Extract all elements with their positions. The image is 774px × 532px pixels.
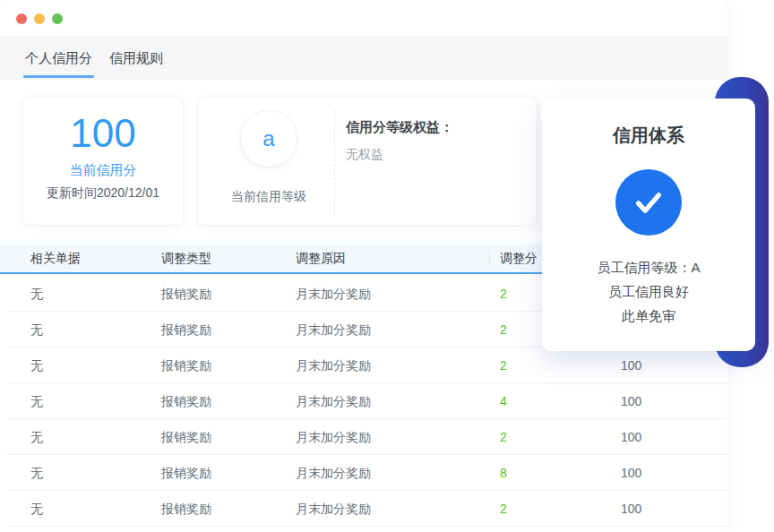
cell-type: 报销奖励 xyxy=(161,312,211,348)
cell-delta: 2 xyxy=(500,348,507,383)
score-updated-time: 更新时间2020/12/01 xyxy=(23,185,183,202)
maximize-button[interactable] xyxy=(52,13,63,24)
active-tab-indicator xyxy=(23,75,94,78)
cell-delta: 8 xyxy=(500,455,507,491)
current-score-card: 100 当前信用分 更新时间2020/12/01 xyxy=(22,97,184,226)
popup-line-no-review: 此单免审 xyxy=(542,304,755,328)
popup-message: 员工信用等级：A 员工信用良好 此单免审 xyxy=(542,255,755,328)
col-header-adjust-reason: 调整原因 xyxy=(296,244,346,272)
cell-delta: 2 xyxy=(500,419,507,455)
tab-bar: 个人信用分 信用规则 xyxy=(0,36,727,80)
cell-doc: 无 xyxy=(30,276,43,312)
cell-reason: 月末加分奖励 xyxy=(296,383,371,419)
benefit-value: 无权益 xyxy=(346,147,383,163)
dashed-divider xyxy=(334,110,335,216)
tab-label: 信用规则 xyxy=(109,50,163,65)
screenshot-root: 个人信用分 信用规则 100 当前信用分 更新时间2020/12/01 a 当前… xyxy=(0,0,774,532)
cell-type: 报销奖励 xyxy=(161,491,211,527)
credit-level-card: a 当前信用等级 信用分等级权益： 无权益 xyxy=(197,97,538,226)
tab-label: 个人信用分 xyxy=(25,50,92,65)
cell-reason: 月末加分奖励 xyxy=(296,455,371,491)
titlebar xyxy=(0,0,727,36)
cell-reason: 月末加分奖励 xyxy=(296,276,371,312)
col-header-related-doc: 相关单据 xyxy=(30,244,81,272)
credit-system-popup: 信用体系 员工信用等级：A 员工信用良好 此单免审 xyxy=(542,99,755,351)
check-icon xyxy=(615,169,682,236)
minimize-button[interactable] xyxy=(34,13,45,24)
table-row[interactable]: 无 报销奖励 月末加分奖励 2 100 xyxy=(0,419,727,455)
popup-line-credit-level: 员工信用等级：A xyxy=(542,255,755,279)
close-button[interactable] xyxy=(16,13,27,24)
popup-title: 信用体系 xyxy=(542,124,755,148)
cell-type: 报销奖励 xyxy=(161,348,211,383)
col-header-adjust-type: 调整类型 xyxy=(161,244,211,272)
table-row[interactable]: 无 报销奖励 月末加分奖励 2 100 xyxy=(0,348,727,383)
table-row[interactable]: 无 报销奖励 月末加分奖励 4 100 xyxy=(0,383,727,419)
cell-doc: 无 xyxy=(30,491,43,527)
tab-personal-credit-score[interactable]: 个人信用分 xyxy=(25,36,92,80)
cell-type: 报销奖励 xyxy=(161,276,211,312)
popup-line-credit-good: 员工信用良好 xyxy=(542,279,755,304)
cell-doc: 无 xyxy=(30,455,43,491)
col-header-adjust-score: 调整分 xyxy=(500,244,538,272)
cell-reason: 月末加分奖励 xyxy=(296,348,371,383)
cell-reason: 月末加分奖励 xyxy=(296,491,371,527)
table-row[interactable]: 无 报销奖励 月末加分奖励 8 100 xyxy=(0,455,727,491)
cell-doc: 无 xyxy=(30,348,43,383)
cell-type: 报销奖励 xyxy=(161,455,211,491)
table-row[interactable]: 无 报销奖励 月末加分奖励 2 100 xyxy=(0,491,727,527)
cell-total: 100 xyxy=(621,383,641,419)
cell-delta: 2 xyxy=(500,312,507,348)
cell-doc: 无 xyxy=(30,383,43,419)
cell-total: 100 xyxy=(621,455,641,491)
credit-score-label: 当前信用分 xyxy=(23,162,183,179)
cell-doc: 无 xyxy=(30,312,43,348)
credit-level-badge: a xyxy=(240,110,297,167)
tab-credit-rules[interactable]: 信用规则 xyxy=(109,36,163,80)
cell-delta: 2 xyxy=(500,491,507,527)
credit-level-label: 当前信用等级 xyxy=(198,189,340,205)
benefit-title: 信用分等级权益： xyxy=(346,119,453,136)
cell-type: 报销奖励 xyxy=(161,383,211,419)
cell-delta: 2 xyxy=(500,276,507,312)
cell-reason: 月末加分奖励 xyxy=(296,312,371,348)
cell-total: 100 xyxy=(621,419,641,455)
cell-type: 报销奖励 xyxy=(161,419,211,455)
credit-score-value: 100 xyxy=(23,112,183,155)
cell-total: 100 xyxy=(621,491,641,527)
cell-reason: 月末加分奖励 xyxy=(296,419,371,455)
column-separator xyxy=(489,250,490,266)
cell-delta: 4 xyxy=(500,383,507,419)
cell-total: 100 xyxy=(621,348,641,383)
cell-doc: 无 xyxy=(30,419,43,455)
